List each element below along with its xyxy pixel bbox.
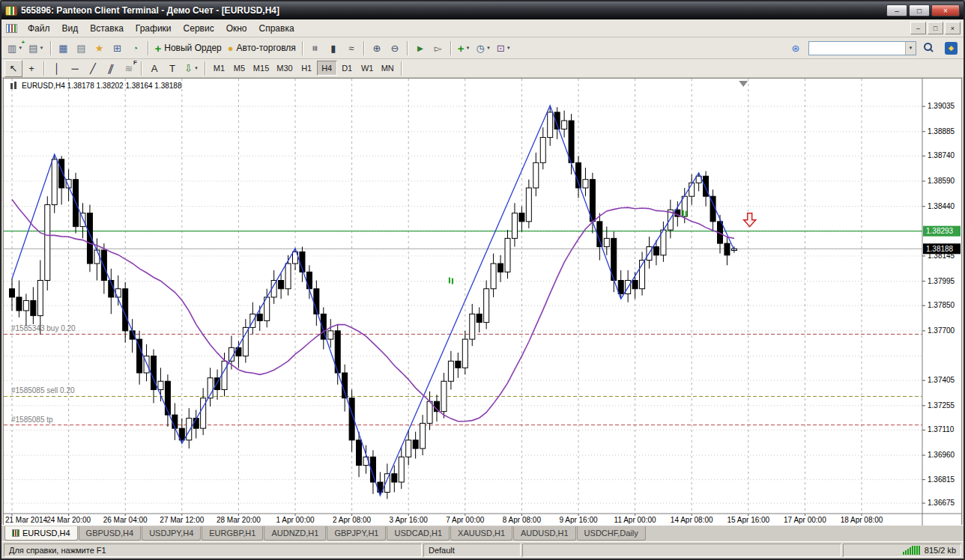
chart-tab-usdcad-h1[interactable]: USDCAD,H1 — [387, 526, 450, 541]
maximize-button[interactable]: □ — [909, 4, 930, 16]
navigator-button[interactable]: ★ — [91, 40, 109, 57]
mdi-minimize-button[interactable]: – — [910, 22, 926, 34]
timeframe-h4-button[interactable]: H4 — [317, 61, 337, 76]
close-button[interactable]: × — [931, 4, 960, 16]
trendline-button[interactable]: ╱ — [84, 60, 102, 77]
chart-tab-audnzd-h1[interactable]: AUDNZD,H1 — [264, 526, 326, 541]
web-settings-button[interactable]: ⊛ — [787, 40, 805, 57]
text-label-button[interactable]: T — [163, 60, 181, 77]
timeframe-d1-button[interactable]: D1 — [337, 61, 357, 76]
indicators-icon: + — [458, 43, 465, 54]
strategy-tester-button[interactable]: ◔ — [127, 40, 145, 57]
periods-dropdown-arrow[interactable]: ▼ — [486, 46, 491, 50]
bar-chart-button[interactable]: ≡ — [306, 40, 324, 57]
templates-button[interactable]: ⊡▼ — [494, 40, 514, 57]
terminal-button[interactable]: ⊞ — [109, 40, 127, 57]
candle — [448, 361, 453, 381]
time-label: 1 Apr 00:00 — [276, 516, 315, 524]
line-chart-button[interactable]: ≈ — [342, 40, 360, 57]
search-button[interactable] — [920, 40, 938, 57]
equidistant-channel-button[interactable]: ∥ — [102, 60, 120, 77]
price-tick-label: 1.38590 — [928, 177, 955, 185]
menu-item-insert[interactable]: Вставка — [84, 21, 130, 36]
chart-tab-audusd-h1[interactable]: AUDUSD,H1 — [513, 526, 576, 541]
menu-item-window[interactable]: Окно — [220, 21, 253, 36]
data-window-button[interactable]: ▤ — [73, 40, 91, 57]
horizontal-line-button[interactable]: ─ — [66, 60, 84, 77]
chart-tab-gbpjpy-h1[interactable]: GBPJPY,H1 — [327, 526, 386, 541]
timeframe-m5-button[interactable]: M5 — [229, 61, 249, 76]
new-order-label: Новый Ордер — [164, 43, 221, 53]
zoom-in-button[interactable]: ⊕ — [368, 40, 386, 57]
price-tick-label: 1.36960 — [928, 451, 955, 459]
toolbar-separator — [450, 41, 452, 55]
cursor-button[interactable]: ↖ — [4, 60, 22, 77]
fibonacci-button[interactable]: ≋F — [120, 60, 138, 77]
price-chart[interactable]: 21 Mar 201424 Mar 20:0026 Mar 04:0027 Ma… — [4, 79, 961, 526]
minimize-button[interactable]: – — [886, 4, 907, 16]
zoom-out-button[interactable]: ⊖ — [386, 40, 404, 57]
chart-tab-xauusd-h1[interactable]: XAUUSD,H1 — [450, 526, 512, 541]
price-tick-label: 1.37850 — [928, 301, 955, 309]
terminal-icon: ⊞ — [113, 43, 121, 53]
new-chart-button[interactable]: ▥+▼ — [4, 40, 25, 57]
periods-button[interactable]: ◷▼ — [474, 40, 494, 57]
chart-tab-label: USDCAD,H1 — [394, 529, 442, 538]
status-profile[interactable]: Default — [423, 544, 521, 557]
price-tick-label: 1.38885 — [928, 127, 955, 136]
candle — [569, 121, 574, 162]
candle — [548, 112, 553, 138]
chart-tab-usdchf-daily[interactable]: USDCHF,Daily — [577, 526, 646, 541]
text-button[interactable]: A — [145, 60, 163, 77]
toolbar-charts: ↖+│─╱∥≋FAT⇩▼M1M5M15M30H1H4D1W1MN — [1, 59, 964, 78]
timeframe-m30-button[interactable]: M30 — [273, 61, 296, 76]
candlestick-chart-button[interactable]: ▮ — [324, 40, 342, 57]
candle — [328, 331, 333, 339]
templates-dropdown-arrow[interactable]: ▼ — [506, 46, 511, 50]
profiles-button[interactable]: ▤▼ — [25, 40, 46, 57]
new-chart-dropdown-arrow[interactable]: ▼ — [18, 46, 22, 50]
profiles-dropdown-arrow[interactable]: ▼ — [40, 46, 44, 50]
title-bar: 565896: Panteon Client Terminal - Демо С… — [1, 1, 964, 19]
arrows-dropdown-arrow[interactable]: ▼ — [194, 66, 199, 70]
menu-item-help[interactable]: Справка — [253, 21, 300, 36]
chart-tab-usdjpy-h4[interactable]: USDJPY,H4 — [142, 526, 201, 541]
status-bar: Для справки, нажмите F1 Default 815/2 kb — [1, 541, 964, 559]
indicators-button[interactable]: +▼ — [455, 40, 474, 57]
chart-tab-eurusd-h4[interactable]: EURUSD,H4 — [4, 526, 78, 541]
timeframe-h1-button[interactable]: H1 — [297, 61, 317, 76]
menu-item-file[interactable]: Файл — [22, 21, 56, 36]
chart-shift-button[interactable]: ▻ — [429, 40, 447, 57]
menu-item-view[interactable]: Вид — [56, 21, 85, 36]
vertical-line-icon: │ — [54, 64, 60, 73]
timeframe-mn-button[interactable]: MN — [378, 61, 398, 76]
search-icon — [924, 43, 934, 53]
market-watch-button[interactable]: ▦ — [55, 40, 73, 57]
candle — [462, 339, 468, 368]
community-button[interactable]: ◆ — [942, 40, 961, 57]
mdi-restore-button[interactable]: □ — [928, 22, 943, 34]
timeframe-m15-button[interactable]: M15 — [249, 61, 273, 76]
vertical-line-button[interactable]: │ — [48, 60, 66, 77]
timeframe-m1-button[interactable]: M1 — [209, 61, 229, 76]
chart-system-menu-icon[interactable] — [6, 24, 17, 33]
chart-tab-eurgbp-h1[interactable]: EURGBP,H1 — [202, 526, 263, 541]
arrows-button[interactable]: ⇩▼ — [181, 60, 202, 77]
crosshair-button[interactable]: + — [22, 60, 40, 77]
candle — [477, 314, 482, 322]
candle — [306, 272, 312, 288]
menu-item-charts[interactable]: Графики — [130, 21, 178, 36]
candle — [16, 297, 22, 311]
text-icon: A — [151, 64, 158, 73]
autotrading-button[interactable]: ●Авто-торговля — [225, 40, 299, 57]
search-dropdown-arrow[interactable]: ▼ — [905, 42, 916, 55]
chart-tab-gbpusd-h4[interactable]: GBPUSD,H4 — [79, 526, 142, 541]
menu-item-service[interactable]: Сервис — [178, 21, 220, 36]
search-input[interactable] — [809, 42, 905, 55]
timeframe-w1-button[interactable]: W1 — [357, 61, 378, 76]
mdi-close-button[interactable]: × — [945, 22, 961, 34]
new-order-button[interactable]: +Новый Ордер — [152, 40, 225, 57]
chart-area[interactable]: 21 Mar 201424 Mar 20:0026 Mar 04:0027 Ma… — [3, 78, 962, 525]
auto-scroll-button[interactable]: ► — [411, 40, 429, 57]
indicators-dropdown-arrow[interactable]: ▼ — [466, 46, 471, 50]
